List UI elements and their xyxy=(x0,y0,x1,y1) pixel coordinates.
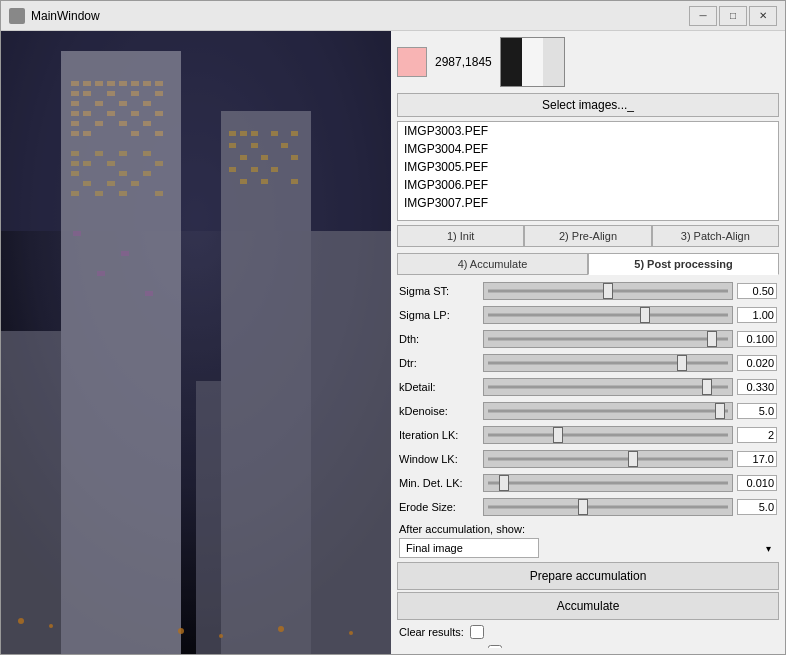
super-resolution-checkbox[interactable] xyxy=(488,645,502,648)
params-area: Sigma ST: 0.50 Sigma LP: 1.00 xyxy=(397,279,779,648)
window-lk-label: Window LK: xyxy=(399,453,479,465)
kdetail-label: kDetail: xyxy=(399,381,479,393)
main-image xyxy=(1,31,391,654)
svg-rect-82 xyxy=(1,31,391,654)
preview-thumbnail xyxy=(500,37,565,87)
right-panel: 2987,1845 Select images..._ IMGP3003.PEF… xyxy=(391,31,785,654)
prepare-accumulation-button[interactable]: Prepare accumulation xyxy=(397,562,779,590)
tab-init[interactable]: 1) Init xyxy=(397,225,524,247)
title-bar-left: MainWindow xyxy=(9,8,100,24)
param-sigma-st: Sigma ST: 0.50 xyxy=(397,279,779,303)
kdenoise-slider[interactable] xyxy=(483,402,733,420)
param-dth: Dth: 0.100 xyxy=(397,327,779,351)
dtr-slider[interactable] xyxy=(483,354,733,372)
window-title: MainWindow xyxy=(31,9,100,23)
min-det-lk-label: Min. Det. LK: xyxy=(399,477,479,489)
window-lk-slider[interactable] xyxy=(483,450,733,468)
param-kdenoise: kDenoise: 5.0 xyxy=(397,399,779,423)
param-kdetail: kDetail: 0.330 xyxy=(397,375,779,399)
kdetail-value: 0.330 xyxy=(737,379,777,395)
app-icon xyxy=(9,8,25,24)
color-swatch xyxy=(397,47,427,77)
min-det-lk-value: 0.010 xyxy=(737,475,777,491)
sigma-st-label: Sigma ST: xyxy=(399,285,479,297)
tab-post-processing[interactable]: 5) Post processing xyxy=(588,253,779,275)
window-lk-value: 17.0 xyxy=(737,451,777,467)
clear-results-label: Clear results: xyxy=(399,626,464,638)
city-image xyxy=(1,31,391,654)
sigma-lp-value: 1.00 xyxy=(737,307,777,323)
title-bar: MainWindow ─ □ ✕ xyxy=(1,1,785,31)
close-button[interactable]: ✕ xyxy=(749,6,777,26)
dropdown-wrapper: Final image Accumulated Reference xyxy=(399,538,777,558)
iteration-lk-value: 2 xyxy=(737,427,777,443)
tab-accumulate[interactable]: 4) Accumulate xyxy=(397,253,588,275)
tab-patch-align[interactable]: 3) Patch-Align xyxy=(652,225,779,247)
sigma-lp-label: Sigma LP: xyxy=(399,309,479,321)
main-window: MainWindow ─ □ ✕ xyxy=(0,0,786,655)
iteration-lk-label: Iteration LK: xyxy=(399,429,479,441)
top-row: 2987,1845 xyxy=(397,37,779,87)
tabs-row-1: 1) Init 2) Pre-Align 3) Patch-Align xyxy=(397,225,779,247)
maximize-button[interactable]: □ xyxy=(719,6,747,26)
dth-slider[interactable] xyxy=(483,330,733,348)
clear-results-row: Clear results: xyxy=(397,622,779,642)
param-sigma-lp: Sigma LP: 1.00 xyxy=(397,303,779,327)
min-det-lk-slider[interactable] xyxy=(483,474,733,492)
dropdown-row: After accumulation, show: Final image Ac… xyxy=(399,523,777,558)
param-iteration-lk: Iteration LK: 2 xyxy=(397,423,779,447)
erode-size-slider[interactable] xyxy=(483,498,733,516)
erode-size-value: 5.0 xyxy=(737,499,777,515)
super-resolution-label: Super resolution: xyxy=(399,646,482,648)
tab-pre-align[interactable]: 2) Pre-Align xyxy=(524,225,651,247)
iteration-lk-slider[interactable] xyxy=(483,426,733,444)
kdenoise-value: 5.0 xyxy=(737,403,777,419)
dth-value: 0.100 xyxy=(737,331,777,347)
thumb-white xyxy=(522,38,543,86)
coords-label: 2987,1845 xyxy=(435,55,492,69)
accumulate-button[interactable]: Accumulate xyxy=(397,592,779,620)
thumb-dark xyxy=(501,38,522,86)
content-area: 2987,1845 Select images..._ IMGP3003.PEF… xyxy=(1,31,785,654)
dth-label: Dth: xyxy=(399,333,479,345)
file-item-3[interactable]: IMGP3006.PEF xyxy=(398,176,778,194)
super-resolution-row: Super resolution: xyxy=(397,642,779,648)
erode-size-label: Erode Size: xyxy=(399,501,479,513)
dtr-label: Dtr: xyxy=(399,357,479,369)
tabs-row-2: 4) Accumulate 5) Post processing xyxy=(397,253,779,275)
kdenoise-label: kDenoise: xyxy=(399,405,479,417)
thumb-light xyxy=(543,38,564,86)
clear-results-checkbox[interactable] xyxy=(470,625,484,639)
kdetail-slider[interactable] xyxy=(483,378,733,396)
sigma-st-slider[interactable] xyxy=(483,282,733,300)
file-list: IMGP3003.PEF IMGP3004.PEF IMGP3005.PEF I… xyxy=(397,121,779,221)
file-item-4[interactable]: IMGP3007.PEF xyxy=(398,194,778,212)
minimize-button[interactable]: ─ xyxy=(689,6,717,26)
dtr-value: 0.020 xyxy=(737,355,777,371)
select-images-button[interactable]: Select images..._ xyxy=(397,93,779,117)
param-erode-size: Erode Size: 5.0 xyxy=(397,495,779,519)
title-bar-buttons: ─ □ ✕ xyxy=(689,6,777,26)
sigma-st-value: 0.50 xyxy=(737,283,777,299)
param-min-det-lk: Min. Det. LK: 0.010 xyxy=(397,471,779,495)
file-item-1[interactable]: IMGP3004.PEF xyxy=(398,140,778,158)
show-dropdown[interactable]: Final image Accumulated Reference xyxy=(399,538,539,558)
param-window-lk: Window LK: 17.0 xyxy=(397,447,779,471)
dropdown-label: After accumulation, show: xyxy=(399,523,777,535)
file-item-2[interactable]: IMGP3005.PEF xyxy=(398,158,778,176)
image-panel xyxy=(1,31,391,654)
param-dtr: Dtr: 0.020 xyxy=(397,351,779,375)
file-item-0[interactable]: IMGP3003.PEF xyxy=(398,122,778,140)
sigma-lp-slider[interactable] xyxy=(483,306,733,324)
